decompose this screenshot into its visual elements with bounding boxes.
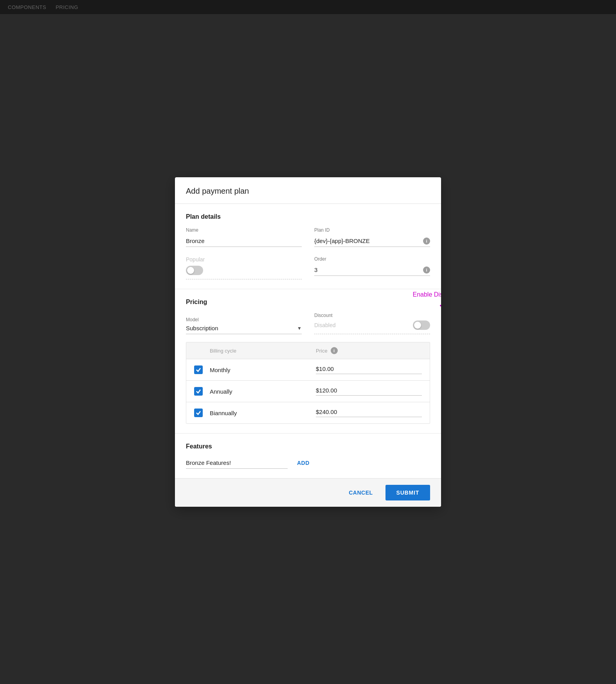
popular-toggle-container: [186, 266, 302, 279]
biannually-price-col: [316, 409, 422, 417]
billing-cycle-header: Billing cycle: [210, 348, 316, 354]
biannually-checkbox[interactable]: [194, 409, 203, 417]
monthly-checkbox[interactable]: [194, 365, 203, 374]
billing-row-monthly: Monthly: [186, 359, 430, 381]
discount-disabled-text: Disabled: [314, 322, 413, 328]
modal-body: Plan details Name Plan ID i: [175, 204, 441, 478]
order-group: Order i: [314, 256, 430, 279]
popular-toggle[interactable]: [186, 266, 203, 275]
billing-table-header: Billing cycle Price i: [186, 342, 430, 359]
billing-table: Billing cycle Price i Month: [186, 342, 430, 424]
features-input[interactable]: [186, 457, 288, 469]
discount-toggle[interactable]: [413, 320, 430, 330]
monthly-price-col: [316, 365, 422, 374]
price-info-icon[interactable]: i: [331, 347, 338, 354]
discount-toggle-row: Disabled: [314, 320, 430, 334]
annually-price-col: [316, 387, 422, 396]
modal-title: Add payment plan: [186, 187, 430, 196]
monthly-price-input-wrap: [316, 365, 422, 374]
features-section: Features ADD: [175, 434, 441, 478]
modal-footer: CANCEL SUBMIT: [175, 478, 441, 507]
annually-check-col: [194, 387, 210, 396]
plan-details-section: Plan details Name Plan ID i: [175, 204, 441, 289]
annually-label: Annually: [210, 388, 316, 395]
modal-backdrop: Add payment plan Plan details Name Plan …: [0, 0, 616, 684]
model-discount-row: Model Subscription One-time Usage-based …: [186, 313, 430, 334]
model-select-wrapper: Subscription One-time Usage-based ▼: [186, 325, 302, 334]
annually-checkbox[interactable]: [194, 387, 203, 396]
pricing-section: Pricing Model Subscription One-time Usag…: [175, 289, 441, 434]
model-chevron-icon: ▼: [297, 326, 302, 331]
monthly-price-input[interactable]: [316, 365, 363, 372]
model-select[interactable]: Subscription One-time Usage-based: [186, 325, 297, 331]
order-info-icon[interactable]: i: [423, 266, 430, 274]
model-label: Model: [186, 317, 302, 322]
plan-id-info-icon[interactable]: i: [423, 238, 430, 245]
name-group: Name: [186, 227, 302, 247]
model-group: Model Subscription One-time Usage-based …: [186, 317, 302, 334]
biannually-check-col: [194, 409, 210, 417]
order-label: Order: [314, 256, 430, 262]
discount-group: Discount Disabled Enable Discounts: [314, 313, 430, 334]
name-input[interactable]: [186, 235, 302, 247]
plan-id-group: Plan ID i: [314, 227, 430, 247]
name-planid-row: Name Plan ID i: [186, 227, 430, 247]
cancel-button[interactable]: CANCEL: [342, 486, 379, 500]
submit-button[interactable]: SUBMIT: [385, 485, 430, 500]
billing-row-biannually: Biannually: [186, 402, 430, 423]
order-input[interactable]: [314, 264, 423, 275]
name-label: Name: [186, 227, 302, 233]
annually-price-input[interactable]: [316, 387, 363, 394]
features-row: ADD: [186, 457, 430, 469]
monthly-label: Monthly: [210, 367, 316, 373]
plan-id-input[interactable]: [314, 235, 423, 247]
popular-group: Popular: [186, 256, 302, 279]
plan-id-label: Plan ID: [314, 227, 430, 233]
discount-label: Discount: [314, 313, 430, 318]
plan-id-input-wrapper: i: [314, 235, 430, 247]
plan-details-title: Plan details: [186, 213, 430, 220]
popular-label: Popular: [186, 256, 302, 263]
annually-price-input-wrap: [316, 387, 422, 396]
modal-header: Add payment plan: [175, 177, 441, 204]
pricing-title: Pricing: [186, 299, 430, 306]
monthly-check-col: [194, 365, 210, 374]
price-header: Price i: [316, 347, 422, 354]
add-feature-link[interactable]: ADD: [297, 460, 310, 466]
add-payment-plan-modal: Add payment plan Plan details Name Plan …: [175, 177, 441, 507]
popular-order-row: Popular Order i: [186, 256, 430, 279]
biannually-price-input[interactable]: [316, 409, 363, 415]
annotation-text: Enable Discounts: [412, 291, 441, 298]
billing-row-annually: Annually: [186, 381, 430, 402]
annotation-arrow-icon: ➜: [437, 298, 441, 315]
biannually-label: Biannually: [210, 410, 316, 416]
order-input-wrapper: i: [314, 264, 430, 276]
biannually-price-input-wrap: [316, 409, 422, 417]
features-title: Features: [186, 443, 430, 450]
